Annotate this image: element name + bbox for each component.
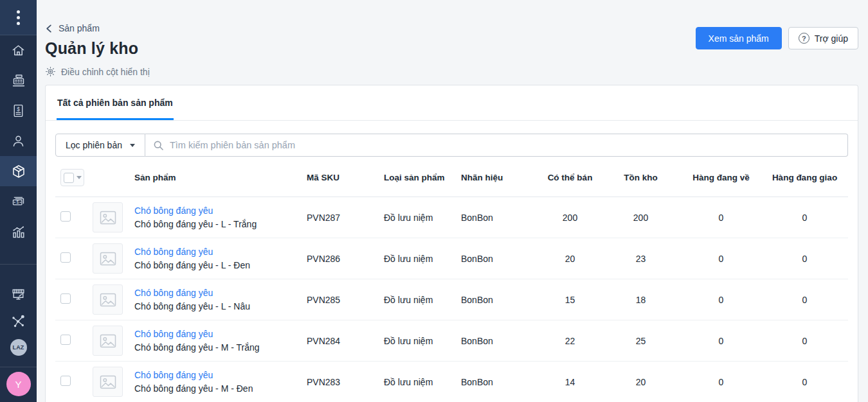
view-product-button[interactable]: Xem sản phẩm xyxy=(696,27,782,49)
image-icon xyxy=(100,211,116,225)
shipping-cell: 0 xyxy=(761,279,848,320)
incoming-cell: 0 xyxy=(681,320,761,362)
sidebar: $ $ xyxy=(0,0,37,402)
apps-menu-button[interactable] xyxy=(0,0,37,35)
stock-cell: 25 xyxy=(601,320,681,362)
product-image-placeholder xyxy=(93,243,123,274)
stock-cell: 18 xyxy=(601,279,681,320)
brand-cell: BonBon xyxy=(456,362,539,402)
help-button-label: Trợ giúp xyxy=(815,33,848,44)
shipping-cell: 0 xyxy=(761,320,848,362)
available-cell: 14 xyxy=(539,362,601,402)
type-cell: Đồ lưu niệm xyxy=(379,238,456,279)
incoming-cell: 0 xyxy=(681,279,761,320)
tab-all-variants-label: Tất cả phiên bản sản phẩm xyxy=(57,98,173,108)
cashbook-icon: $ xyxy=(11,194,26,209)
sidebar-item-online-store[interactable] xyxy=(0,281,37,308)
product-link[interactable]: Chó bông đáng yêu xyxy=(134,288,213,298)
product-image-placeholder xyxy=(93,202,123,232)
row-checkbox[interactable] xyxy=(60,252,71,263)
sidebar-item-account[interactable]: Y xyxy=(0,367,37,402)
row-checkbox[interactable] xyxy=(60,376,71,386)
stock-cell: 20 xyxy=(601,362,681,402)
sidebar-item-invoices[interactable]: $ xyxy=(0,96,37,126)
column-header-sku: Mã SKU xyxy=(302,165,379,197)
row-checkbox[interactable] xyxy=(60,335,71,345)
page-header: Sản phẩm Quản lý kho Điều chỉnh cột hiển… xyxy=(45,0,858,77)
shipping-cell: 0 xyxy=(761,197,848,238)
sidebar-item-lazada[interactable]: LAZ xyxy=(0,334,37,360)
product-image-placeholder xyxy=(93,326,123,356)
filter-bar: Lọc phiên bản xyxy=(46,121,858,157)
home-icon xyxy=(11,43,26,58)
row-checkbox[interactable] xyxy=(60,293,71,304)
sku-cell: PVN285 xyxy=(302,279,379,320)
column-header-stock: Tồn kho xyxy=(601,165,681,197)
breadcrumb[interactable]: Sản phẩm xyxy=(45,23,100,33)
variant-name: Chó bông đáng yêu - L - Đen xyxy=(134,260,296,270)
breadcrumb-label: Sản phẩm xyxy=(59,23,100,33)
brand-cell: BonBon xyxy=(456,197,539,238)
sidebar-item-customers[interactable] xyxy=(0,126,37,156)
filter-variants-dropdown[interactable]: Lọc phiên bản xyxy=(55,134,145,157)
search-input[interactable] xyxy=(170,140,840,150)
column-header-shipping: Hàng đang giao xyxy=(761,165,848,197)
incoming-cell: 0 xyxy=(681,238,761,279)
type-cell: Đồ lưu niệm xyxy=(379,362,456,402)
sidebar-item-cashbook[interactable]: $ xyxy=(0,186,37,216)
column-header-incoming: Hàng đang về xyxy=(681,165,761,197)
search-box xyxy=(145,134,848,157)
available-cell: 22 xyxy=(539,320,601,362)
table-row: Chó bông đáng yêu Chó bông đáng yêu - L … xyxy=(55,197,848,238)
available-cell: 200 xyxy=(539,197,601,238)
sku-cell: PVN284 xyxy=(302,320,379,362)
help-question-icon: ? xyxy=(799,33,809,44)
image-icon xyxy=(100,375,116,389)
shipping-cell: 0 xyxy=(761,362,848,402)
filter-dropdown-label: Lọc phiên bản xyxy=(66,140,122,150)
product-link[interactable]: Chó bông đáng yêu xyxy=(134,370,213,380)
variant-name: Chó bông đáng yêu - L - Nâu xyxy=(134,301,296,311)
svg-text:$: $ xyxy=(17,107,20,112)
integration-hub-icon xyxy=(11,313,26,329)
chevron-left-icon xyxy=(45,24,53,33)
select-all-caret-icon xyxy=(77,176,82,179)
sidebar-item-reports[interactable] xyxy=(0,216,37,247)
product-link[interactable]: Chó bông đáng yêu xyxy=(134,205,213,216)
select-all-checkbox[interactable] xyxy=(64,173,74,183)
inventory-card: Tất cả phiên bản sản phẩm Lọc phiên bản xyxy=(45,85,858,402)
sku-cell: PVN283 xyxy=(302,362,379,402)
adjust-columns-label: Điều chỉnh cột hiển thị xyxy=(61,67,150,77)
pos-register-icon xyxy=(11,73,26,89)
available-cell: 15 xyxy=(539,279,601,320)
brand-cell: BonBon xyxy=(456,238,539,279)
sidebar-item-integrations[interactable] xyxy=(0,308,37,334)
product-image-placeholder xyxy=(93,367,123,397)
product-link[interactable]: Chó bông đáng yêu xyxy=(134,329,213,339)
select-all-control[interactable] xyxy=(60,169,84,186)
adjust-columns-button[interactable]: Điều chỉnh cột hiển thị xyxy=(45,66,150,77)
table-row: Chó bông đáng yêu Chó bông đáng yêu - M … xyxy=(55,362,848,402)
report-chart-icon xyxy=(11,224,26,240)
table-body: Chó bông đáng yêu Chó bông đáng yêu - L … xyxy=(55,197,848,402)
shipping-cell: 0 xyxy=(761,238,848,279)
image-icon xyxy=(100,334,116,348)
available-cell: 20 xyxy=(539,238,601,279)
sku-cell: PVN286 xyxy=(302,238,379,279)
help-button[interactable]: ? Trợ giúp xyxy=(788,27,858,49)
incoming-cell: 0 xyxy=(681,197,761,238)
product-link[interactable]: Chó bông đáng yêu xyxy=(134,247,213,257)
row-checkbox[interactable] xyxy=(60,211,71,222)
table-row: Chó bông đáng yêu Chó bông đáng yêu - L … xyxy=(55,279,848,320)
table-row: Chó bông đáng yêu Chó bông đáng yêu - L … xyxy=(55,238,848,279)
sidebar-item-pos[interactable] xyxy=(0,66,37,96)
tab-all-variants[interactable]: Tất cả phiên bản sản phẩm xyxy=(57,85,174,120)
column-header-product: Sản phẩm xyxy=(129,165,302,197)
product-box-icon xyxy=(11,164,26,179)
sidebar-item-home[interactable] xyxy=(0,35,37,66)
sidebar-item-products[interactable] xyxy=(0,156,37,186)
image-icon xyxy=(100,252,116,266)
variant-name: Chó bông đáng yêu - M - Trắng xyxy=(134,342,296,353)
column-header-brand: Nhãn hiệu xyxy=(456,165,539,197)
main-content: Sản phẩm Quản lý kho Điều chỉnh cột hiển… xyxy=(37,0,868,402)
